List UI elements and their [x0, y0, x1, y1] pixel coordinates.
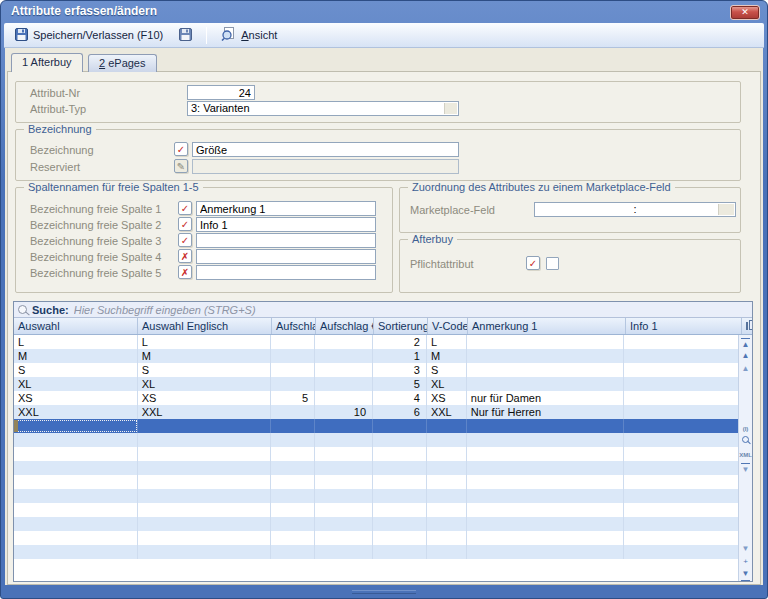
grid-cell[interactable] — [467, 545, 625, 559]
required-check-icon[interactable]: ✓ — [526, 256, 540, 270]
column-header[interactable]: Auswahl Englisch — [138, 318, 272, 334]
grid-cell[interactable]: 1 — [373, 349, 427, 363]
grid-cell[interactable] — [271, 335, 315, 349]
grid-row[interactable] — [14, 433, 740, 447]
grid-cell[interactable] — [467, 419, 625, 433]
grid-cell[interactable] — [373, 517, 427, 531]
grid-cell[interactable] — [138, 461, 272, 475]
spalte5-field[interactable] — [196, 265, 376, 280]
grid-cell[interactable] — [373, 475, 427, 489]
grid-cell[interactable] — [271, 363, 315, 377]
grid-cell[interactable] — [467, 475, 625, 489]
prev-row-icon[interactable]: ▲ — [739, 363, 752, 375]
grid-cell[interactable] — [271, 531, 315, 545]
title-bar[interactable]: Attribute erfassen/ändern ✕ — [1, 1, 767, 23]
grid-cell[interactable]: L — [138, 335, 272, 349]
grid-cell[interactable] — [315, 545, 373, 559]
grid-cell[interactable]: XS — [138, 391, 272, 405]
grid-cell[interactable]: XXL — [138, 405, 272, 419]
grid-cell[interactable]: S — [14, 363, 138, 377]
grid-cell[interactable] — [271, 349, 315, 363]
grid-search-bar[interactable]: Suche: — [14, 302, 752, 318]
search-row-icon[interactable] — [742, 436, 749, 443]
grid-cell[interactable] — [373, 433, 427, 447]
grid-row[interactable]: XLXL5XL — [14, 377, 740, 391]
grid-cell[interactable] — [624, 489, 740, 503]
grid-cell[interactable]: 2 — [373, 335, 427, 349]
grid-cell[interactable] — [624, 433, 740, 447]
grid-cell[interactable] — [138, 503, 272, 517]
grid-cell[interactable]: XXL — [14, 405, 138, 419]
grid-cell[interactable] — [624, 545, 740, 559]
grid-cell[interactable] — [467, 349, 625, 363]
grid-cell[interactable] — [315, 461, 373, 475]
grid-cell[interactable] — [271, 475, 315, 489]
grid-row[interactable] — [14, 447, 740, 461]
grid-cell[interactable] — [373, 503, 427, 517]
grid-cell[interactable] — [427, 475, 467, 489]
grid-cell[interactable] — [315, 419, 373, 433]
grid-cell[interactable] — [315, 391, 373, 405]
column-header[interactable]: V-Code — [428, 318, 468, 334]
grid-row[interactable] — [14, 475, 740, 489]
grid-cell[interactable] — [467, 335, 625, 349]
ellipsis-button[interactable] — [718, 204, 734, 215]
grid-cell[interactable]: L — [427, 335, 467, 349]
grid-cell[interactable] — [271, 545, 315, 559]
column-header[interactable]: Info 1 — [626, 318, 742, 334]
column-header[interactable]: Auswahl — [14, 318, 138, 334]
grid-cell[interactable] — [14, 503, 138, 517]
tab-afterbuy[interactable]: 1 Afterbuy — [11, 53, 83, 72]
close-button[interactable]: ✕ — [730, 5, 760, 20]
xml-view-icon[interactable]: XML — [739, 449, 752, 461]
grid-cell[interactable] — [271, 461, 315, 475]
spalte1-field[interactable] — [196, 201, 376, 216]
grid-cell[interactable] — [624, 517, 740, 531]
grid-cell[interactable] — [315, 517, 373, 531]
grid-row-selected-new[interactable] — [14, 419, 740, 433]
not-used-x-icon[interactable]: ✗ — [178, 249, 192, 263]
ansicht-button[interactable]: Ansicht — [216, 24, 282, 46]
grid-cell[interactable]: XS — [427, 391, 467, 405]
next-row-icon[interactable]: ▼ — [739, 543, 752, 555]
grid-row[interactable]: XSXS54XSnur für Damen — [14, 391, 740, 405]
grid-row[interactable] — [14, 461, 740, 475]
grid-cell[interactable] — [315, 503, 373, 517]
grid-cell[interactable] — [624, 461, 740, 475]
go-last-row-icon[interactable]: ▼ — [739, 568, 752, 580]
go-first-row-icon[interactable]: ▲ — [739, 337, 752, 349]
grid-cell[interactable] — [315, 363, 373, 377]
required-check-icon[interactable]: ✓ — [178, 201, 192, 215]
grid-cell[interactable] — [624, 531, 740, 545]
grid-cell[interactable]: M — [427, 349, 467, 363]
grid-row[interactable]: MM1M — [14, 349, 740, 363]
grid-cell[interactable] — [427, 447, 467, 461]
grid-cell[interactable] — [138, 419, 272, 433]
grid-cell[interactable] — [138, 517, 272, 531]
required-check-icon[interactable]: ✓ — [178, 233, 192, 247]
grid-cell[interactable] — [427, 531, 467, 545]
grid-cell[interactable] — [467, 447, 625, 461]
grid-cell[interactable] — [427, 517, 467, 531]
grid-cell[interactable] — [373, 545, 427, 559]
grid-cell[interactable] — [271, 405, 315, 419]
marketplace-feld-field[interactable]: : — [534, 202, 736, 217]
grid-cell[interactable]: XL — [14, 377, 138, 391]
grid-row[interactable]: XXLXXL106XXLNur für Herren — [14, 405, 740, 419]
grid-cell[interactable] — [14, 475, 138, 489]
grid-cell[interactable] — [624, 363, 740, 377]
grid-cell[interactable]: 5 — [373, 377, 427, 391]
grid-row[interactable] — [14, 517, 740, 531]
grid-cell[interactable]: Nur für Herren — [467, 405, 625, 419]
grid-row[interactable]: LL2L — [14, 335, 740, 349]
spalte3-field[interactable] — [196, 233, 376, 248]
grid-row[interactable] — [14, 531, 740, 545]
grid-cell[interactable] — [373, 461, 427, 475]
grid-cell[interactable] — [14, 433, 138, 447]
grid-cell[interactable] — [315, 377, 373, 391]
grid-cell[interactable] — [427, 503, 467, 517]
grid-cell[interactable] — [14, 531, 138, 545]
grid-cell[interactable] — [315, 447, 373, 461]
grid-cell[interactable] — [373, 447, 427, 461]
grid-cell[interactable]: nur für Damen — [467, 391, 625, 405]
